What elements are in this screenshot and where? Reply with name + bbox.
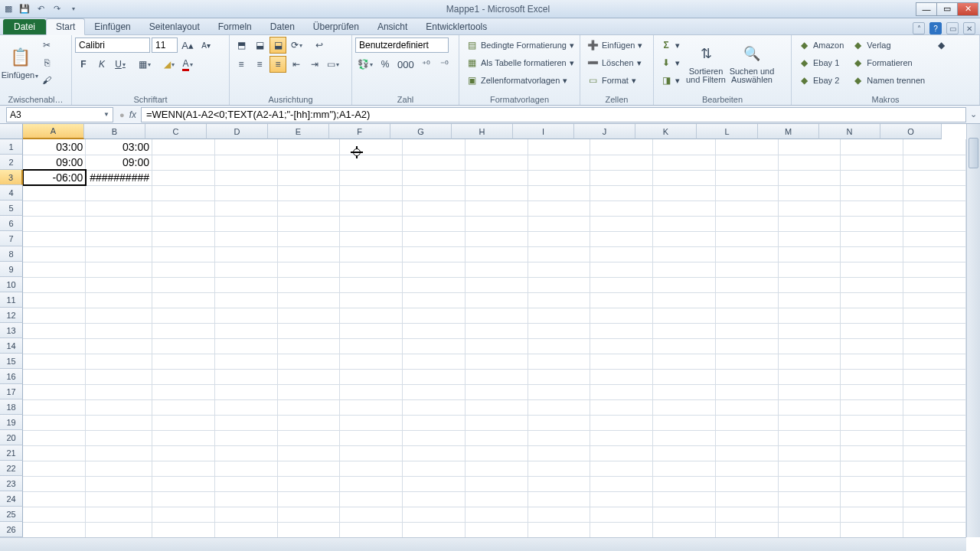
cell-A14[interactable] (23, 338, 86, 354)
cell-H25[interactable] (465, 507, 528, 522)
cell-O19[interactable] (903, 415, 966, 430)
cell-F19[interactable] (340, 415, 403, 430)
column-header-D[interactable]: D (207, 124, 268, 139)
cell-K14[interactable] (653, 338, 716, 354)
tab-entwicklertools[interactable]: Entwicklertools (416, 19, 496, 34)
cell-C12[interactable] (152, 308, 215, 323)
cancel-formula-icon[interactable]: ● (119, 110, 125, 119)
cell-F9[interactable] (340, 262, 403, 277)
cell-O2[interactable] (903, 155, 966, 170)
merge-icon[interactable]: ▭ (325, 56, 341, 73)
cell-F24[interactable] (340, 491, 403, 507)
cell-L10[interactable] (715, 277, 778, 292)
cell-I18[interactable] (528, 399, 590, 415)
help-icon[interactable]: ? (929, 22, 942, 34)
align-center-icon[interactable]: ≡ (251, 56, 268, 73)
cell-E13[interactable] (277, 323, 340, 338)
cell-B10[interactable] (86, 277, 152, 292)
vertical-scroll-thumb[interactable] (969, 138, 978, 168)
cell-E21[interactable] (277, 445, 340, 461)
cell-K8[interactable] (653, 246, 716, 262)
cell-I24[interactable] (528, 491, 590, 507)
cell-M9[interactable] (778, 262, 841, 277)
cell-K19[interactable] (653, 415, 716, 430)
tab-daten[interactable]: Daten (261, 19, 304, 34)
cell-I19[interactable] (528, 415, 590, 430)
cell-K10[interactable] (653, 277, 716, 292)
cell-E1[interactable] (277, 139, 340, 155)
cell-J26[interactable] (590, 522, 653, 537)
cell-N16[interactable] (841, 369, 903, 384)
cell-A6[interactable] (23, 216, 86, 231)
cell-B16[interactable] (86, 369, 152, 384)
paste-button[interactable]: 📋 Einfügen (3, 37, 37, 89)
cell-N25[interactable] (841, 507, 903, 522)
cell-C15[interactable] (152, 354, 215, 369)
cell-C18[interactable] (152, 399, 215, 415)
cell-G9[interactable] (403, 262, 466, 277)
cell-N8[interactable] (841, 246, 903, 262)
cell-B13[interactable] (86, 323, 152, 338)
cell-E4[interactable] (277, 185, 340, 201)
cell-K17[interactable] (653, 384, 716, 399)
align-left-icon[interactable]: ≡ (233, 56, 250, 73)
cell-M3[interactable] (778, 170, 841, 185)
cell-J4[interactable] (590, 185, 653, 201)
cell-J18[interactable] (590, 399, 653, 415)
formula-input[interactable]: =WENN(A1-A2<0;TEXT(A2-A1;"-[hh]:mm");A1-… (141, 107, 966, 122)
cell-F8[interactable] (340, 246, 403, 262)
cell-E8[interactable] (277, 246, 340, 262)
clear-button[interactable]: ◨▾ (657, 72, 683, 89)
cell-F17[interactable] (340, 384, 403, 399)
cell-I2[interactable] (528, 155, 590, 170)
column-header-F[interactable]: F (329, 124, 390, 139)
row-header-26[interactable]: 26 (0, 522, 23, 537)
cell-K1[interactable] (653, 139, 716, 155)
cell-E19[interactable] (277, 415, 340, 430)
increase-decimal-icon[interactable]: ⁺⁰ (418, 56, 435, 73)
cell-I17[interactable] (528, 384, 590, 399)
cell-H17[interactable] (465, 384, 528, 399)
cell-K6[interactable] (653, 216, 716, 231)
cell-A26[interactable] (23, 522, 86, 537)
cell-H15[interactable] (465, 354, 528, 369)
cell-J6[interactable] (590, 216, 653, 231)
cell-E11[interactable] (277, 292, 340, 308)
cell-L24[interactable] (715, 491, 778, 507)
cell-H2[interactable] (465, 155, 528, 170)
insert-cells-button[interactable]: ➕Einfügen ▾ (583, 37, 645, 54)
cell-I14[interactable] (528, 338, 590, 354)
window-restore-icon[interactable]: ▭ (946, 22, 959, 34)
cell-K22[interactable] (653, 461, 716, 476)
cell-J14[interactable] (590, 338, 653, 354)
row-header-21[interactable]: 21 (0, 445, 23, 461)
cell-B6[interactable] (86, 216, 152, 231)
cell-E24[interactable] (277, 491, 340, 507)
cell-B9[interactable] (86, 262, 152, 277)
cell-I16[interactable] (528, 369, 590, 384)
cell-B4[interactable] (86, 185, 152, 201)
row-header-13[interactable]: 13 (0, 323, 23, 338)
cell-O17[interactable] (903, 384, 966, 399)
cell-F5[interactable] (340, 201, 403, 216)
cell-A5[interactable] (23, 201, 86, 216)
row-header-6[interactable]: 6 (0, 216, 23, 231)
cell-C2[interactable] (152, 155, 215, 170)
row-header-15[interactable]: 15 (0, 354, 23, 369)
cell-F10[interactable] (340, 277, 403, 292)
underline-button[interactable]: U (112, 56, 129, 73)
cell-H23[interactable] (465, 476, 528, 491)
tab-ansicht[interactable]: Ansicht (368, 19, 416, 34)
cell-J22[interactable] (590, 461, 653, 476)
cell-M4[interactable] (778, 185, 841, 201)
cell-N24[interactable] (841, 491, 903, 507)
fill-button[interactable]: ⬇▾ (657, 54, 683, 71)
cell-D9[interactable] (214, 262, 277, 277)
find-select-button[interactable]: 🔍 Suchen und Auswählen (729, 37, 775, 89)
row-header-23[interactable]: 23 (0, 476, 23, 491)
cell-L22[interactable] (715, 461, 778, 476)
cell-F25[interactable] (340, 507, 403, 522)
macro-formatieren-button[interactable]: ◆Formatieren (848, 54, 928, 71)
cell-L25[interactable] (715, 507, 778, 522)
cell-B25[interactable] (86, 507, 152, 522)
